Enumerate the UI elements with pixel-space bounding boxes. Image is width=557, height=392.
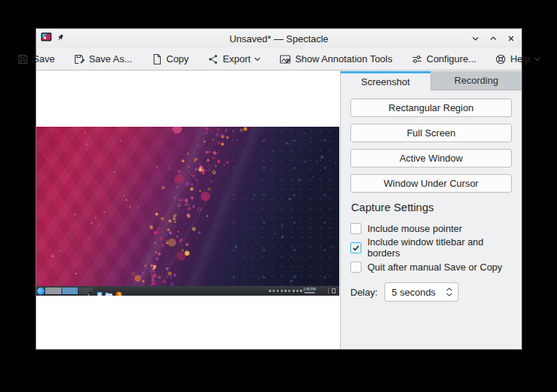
check-icon — [352, 244, 360, 252]
annotation-tools-icon — [279, 53, 291, 65]
screenshot-preview-image: 2:45 PM — [36, 127, 339, 296]
copy-button[interactable]: Copy — [149, 52, 191, 67]
checkbox-box[interactable] — [350, 262, 361, 273]
chevron-down-icon — [254, 57, 261, 62]
screenshot-preview-pane: 2:45 PM — [36, 71, 340, 349]
checkbox-include-titlebar[interactable]: Include window titlebar and borders — [350, 242, 512, 253]
task-button — [45, 288, 61, 294]
export-share-icon — [207, 53, 219, 65]
full-screen-button[interactable]: Full Screen — [350, 124, 512, 142]
help-button[interactable]: Help — [493, 52, 543, 67]
help-lifebuoy-icon — [495, 53, 507, 65]
save-icon — [17, 53, 29, 65]
show-annotation-tools-button[interactable]: Show Annotation Tools — [277, 52, 394, 67]
export-button[interactable]: Export — [205, 52, 264, 67]
clock-time: 2:45 PM — [298, 288, 321, 291]
tab-recording[interactable]: Recording — [431, 71, 521, 90]
window-title: Unsaved* — Spectacle — [36, 33, 521, 44]
maximize-button[interactable] — [488, 34, 498, 44]
toolbar: Save Save As... Copy Export — [36, 48, 521, 70]
spectacle-window: Unsaved* — Spectacle — [36, 28, 522, 350]
configure-button[interactable]: Configure... — [409, 52, 478, 67]
clock-date — [304, 292, 315, 294]
firefox-icon — [116, 288, 122, 294]
save-as-button[interactable]: Save As... — [71, 52, 135, 67]
wallpaper-shapes — [36, 127, 339, 296]
tab-screenshot[interactable]: Screenshot — [341, 71, 431, 90]
pin-icon — [56, 32, 64, 45]
spectacle-app-icon — [41, 32, 52, 45]
mode-tabs: Screenshot Recording — [341, 71, 521, 90]
clock: 2:45 PM — [298, 288, 321, 294]
task-button-active — [62, 288, 78, 294]
kde-app-icon — [96, 288, 103, 294]
active-window-button[interactable]: Active Window — [350, 149, 512, 167]
system-tray-icons — [269, 290, 302, 292]
checkbox-box[interactable] — [350, 223, 361, 234]
save-as-icon — [73, 53, 85, 65]
save-button[interactable]: Save — [15, 52, 57, 67]
delay-spinbox[interactable]: 5 seconds — [384, 282, 458, 302]
capture-panel: Screenshot Recording Rectangular Region … — [340, 71, 521, 349]
checkbox-box[interactable] — [350, 242, 361, 253]
chevron-down-icon — [534, 57, 541, 62]
dolphin-folder-icon — [105, 288, 112, 294]
window-under-cursor-button[interactable]: Window Under Cursor — [350, 174, 512, 193]
rectangular-region-button[interactable]: Rectangular Region — [350, 99, 512, 117]
close-button[interactable] — [506, 34, 516, 44]
delay-row: Delay: 5 seconds — [350, 282, 512, 302]
konsole-icon — [87, 288, 93, 294]
configure-sliders-icon — [411, 53, 423, 65]
delay-label: Delay: — [350, 287, 378, 298]
checkbox-quit-after-save[interactable]: Quit after manual Save or Copy — [350, 261, 512, 273]
spin-down-icon[interactable] — [446, 293, 453, 296]
delay-value: 5 seconds — [392, 287, 436, 298]
show-desktop-button — [332, 288, 336, 293]
capture-settings-heading: Capture Settings — [351, 201, 512, 213]
spin-up-icon[interactable] — [446, 288, 453, 291]
minimize-button[interactable] — [470, 34, 480, 44]
preview-taskbar: 2:45 PM — [36, 286, 339, 296]
checkbox-include-mouse-pointer[interactable]: Include mouse pointer — [350, 222, 512, 234]
copy-icon — [151, 53, 163, 65]
app-launcher-icon — [37, 288, 44, 295]
titlebar: Unsaved* — Spectacle — [36, 29, 521, 48]
